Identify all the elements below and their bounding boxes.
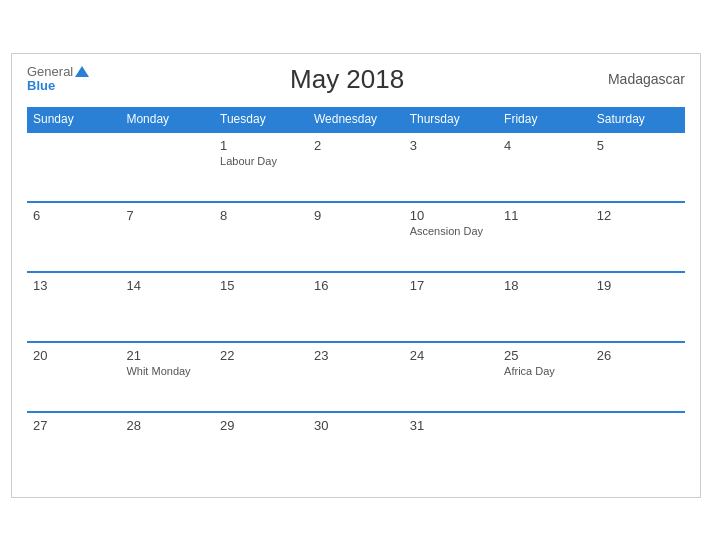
week-row-2: 678910Ascension Day1112 bbox=[27, 202, 685, 272]
day-cell: 28 bbox=[120, 412, 214, 482]
day-cell: 31 bbox=[404, 412, 498, 482]
day-cell: 30 bbox=[308, 412, 404, 482]
holiday-name: Africa Day bbox=[504, 365, 585, 377]
day-number: 27 bbox=[33, 418, 114, 433]
day-cell: 19 bbox=[591, 272, 685, 342]
day-cell: 16 bbox=[308, 272, 404, 342]
logo-triangle-icon bbox=[75, 66, 89, 77]
day-cell: 6 bbox=[27, 202, 120, 272]
day-number: 30 bbox=[314, 418, 398, 433]
header-friday: Friday bbox=[498, 107, 591, 132]
day-number: 10 bbox=[410, 208, 492, 223]
day-cell: 26 bbox=[591, 342, 685, 412]
day-cell: 11 bbox=[498, 202, 591, 272]
day-cell: 3 bbox=[404, 132, 498, 202]
day-number: 24 bbox=[410, 348, 492, 363]
day-cell: 15 bbox=[214, 272, 308, 342]
week-row-3: 13141516171819 bbox=[27, 272, 685, 342]
day-cell bbox=[120, 132, 214, 202]
day-cell: 22 bbox=[214, 342, 308, 412]
day-cell: 9 bbox=[308, 202, 404, 272]
day-number: 9 bbox=[314, 208, 398, 223]
day-number: 14 bbox=[126, 278, 208, 293]
day-cell: 27 bbox=[27, 412, 120, 482]
day-number: 19 bbox=[597, 278, 679, 293]
day-number: 3 bbox=[410, 138, 492, 153]
header-saturday: Saturday bbox=[591, 107, 685, 132]
day-cell: 1Labour Day bbox=[214, 132, 308, 202]
day-number: 25 bbox=[504, 348, 585, 363]
day-number: 7 bbox=[126, 208, 208, 223]
day-number: 22 bbox=[220, 348, 302, 363]
day-number: 29 bbox=[220, 418, 302, 433]
day-cell: 18 bbox=[498, 272, 591, 342]
day-cell: 5 bbox=[591, 132, 685, 202]
week-row-5: 2728293031 bbox=[27, 412, 685, 482]
header-thursday: Thursday bbox=[404, 107, 498, 132]
day-number: 6 bbox=[33, 208, 114, 223]
day-cell: 10Ascension Day bbox=[404, 202, 498, 272]
day-number: 21 bbox=[126, 348, 208, 363]
day-cell: 4 bbox=[498, 132, 591, 202]
calendar-container: General Blue May 2018 Madagascar Sunday … bbox=[11, 53, 701, 498]
day-number: 8 bbox=[220, 208, 302, 223]
day-number: 16 bbox=[314, 278, 398, 293]
day-cell: 21Whit Monday bbox=[120, 342, 214, 412]
day-number: 5 bbox=[597, 138, 679, 153]
day-number: 23 bbox=[314, 348, 398, 363]
day-cell bbox=[498, 412, 591, 482]
logo: General Blue bbox=[27, 65, 89, 94]
holiday-name: Labour Day bbox=[220, 155, 302, 167]
day-cell: 23 bbox=[308, 342, 404, 412]
day-cell: 25Africa Day bbox=[498, 342, 591, 412]
calendar-table: Sunday Monday Tuesday Wednesday Thursday… bbox=[27, 107, 685, 482]
day-cell bbox=[591, 412, 685, 482]
header-monday: Monday bbox=[120, 107, 214, 132]
week-row-4: 2021Whit Monday22232425Africa Day26 bbox=[27, 342, 685, 412]
calendar-header: General Blue May 2018 Madagascar bbox=[27, 64, 685, 95]
day-number: 12 bbox=[597, 208, 679, 223]
day-number: 31 bbox=[410, 418, 492, 433]
day-cell: 14 bbox=[120, 272, 214, 342]
day-cell: 8 bbox=[214, 202, 308, 272]
day-number: 11 bbox=[504, 208, 585, 223]
week-row-1: 1Labour Day2345 bbox=[27, 132, 685, 202]
day-number: 20 bbox=[33, 348, 114, 363]
day-cell: 2 bbox=[308, 132, 404, 202]
day-number: 2 bbox=[314, 138, 398, 153]
day-cell bbox=[27, 132, 120, 202]
day-number: 17 bbox=[410, 278, 492, 293]
day-number: 28 bbox=[126, 418, 208, 433]
day-number: 15 bbox=[220, 278, 302, 293]
day-cell: 20 bbox=[27, 342, 120, 412]
day-cell: 12 bbox=[591, 202, 685, 272]
header-sunday: Sunday bbox=[27, 107, 120, 132]
holiday-name: Ascension Day bbox=[410, 225, 492, 237]
day-number: 13 bbox=[33, 278, 114, 293]
day-number: 26 bbox=[597, 348, 679, 363]
day-number: 1 bbox=[220, 138, 302, 153]
month-title: May 2018 bbox=[89, 64, 605, 95]
day-cell: 7 bbox=[120, 202, 214, 272]
day-cell: 17 bbox=[404, 272, 498, 342]
logo-blue-text: Blue bbox=[27, 79, 89, 93]
country-label: Madagascar bbox=[605, 71, 685, 87]
header-wednesday: Wednesday bbox=[308, 107, 404, 132]
day-number: 18 bbox=[504, 278, 585, 293]
weekday-header-row: Sunday Monday Tuesday Wednesday Thursday… bbox=[27, 107, 685, 132]
day-cell: 13 bbox=[27, 272, 120, 342]
holiday-name: Whit Monday bbox=[126, 365, 208, 377]
day-number: 4 bbox=[504, 138, 585, 153]
day-cell: 24 bbox=[404, 342, 498, 412]
day-cell: 29 bbox=[214, 412, 308, 482]
header-tuesday: Tuesday bbox=[214, 107, 308, 132]
logo-general-text: General bbox=[27, 65, 73, 79]
